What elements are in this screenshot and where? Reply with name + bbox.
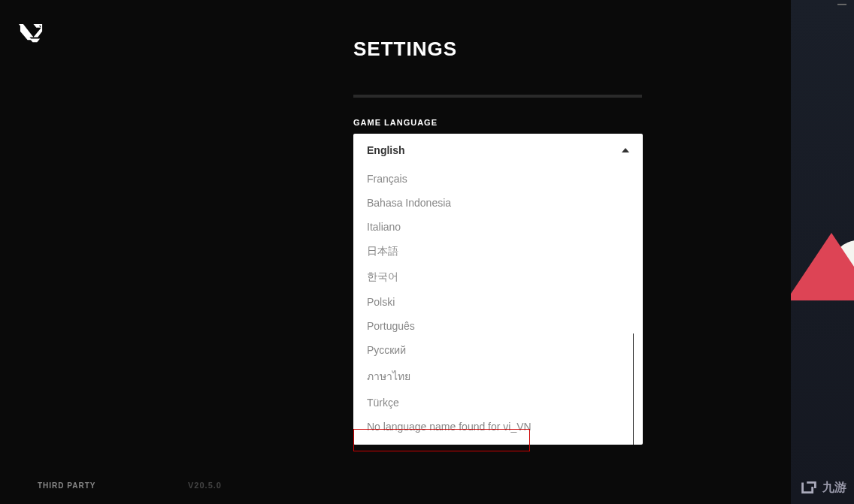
language-option-japanese[interactable]: 日本語: [353, 239, 643, 264]
language-option-korean[interactable]: 한국어: [353, 264, 643, 290]
language-option-vivn[interactable]: No language name found for vi_VN: [353, 415, 643, 439]
language-option-turkce[interactable]: Türkçe: [353, 391, 643, 415]
language-dropdown-selected[interactable]: English: [353, 134, 643, 167]
main-container: SETTINGS GAME LANGUAGE English Français …: [0, 0, 791, 504]
language-dropdown-options: Français Bahasa Indonesia Italiano 日本語 한…: [353, 167, 643, 445]
language-option-polski[interactable]: Polski: [353, 290, 643, 314]
minimize-icon[interactable]: [837, 4, 846, 5]
section-label-game-language: GAME LANGUAGE: [353, 118, 438, 127]
language-dropdown[interactable]: English Français Bahasa Indonesia Italia…: [353, 134, 643, 445]
section-divider: [353, 95, 642, 98]
scrollbar-track[interactable]: [633, 333, 634, 445]
watermark: 九游: [798, 477, 846, 498]
third-party-label: THIRD PARTY: [38, 481, 95, 490]
valorant-logo-icon: [19, 23, 45, 45]
language-dropdown-selected-text: English: [367, 144, 405, 156]
version-label: V20.5.0: [188, 481, 222, 490]
page-title: SETTINGS: [353, 38, 457, 61]
right-panel: [791, 0, 854, 504]
decorative-triangle: [791, 233, 854, 300]
language-option-russian[interactable]: Русский: [353, 338, 643, 362]
language-option-bahasa[interactable]: Bahasa Indonesia: [353, 191, 643, 215]
watermark-logo-icon: [798, 477, 819, 498]
watermark-text: 九游: [822, 480, 846, 496]
language-option-portugues[interactable]: Português: [353, 314, 643, 338]
language-option-chinese-traditional[interactable]: 中文（繁體）: [353, 439, 643, 445]
language-option-italiano[interactable]: Italiano: [353, 215, 643, 239]
chevron-up-icon: [622, 148, 629, 152]
language-option-francais[interactable]: Français: [353, 167, 643, 191]
language-option-thai[interactable]: ภาษาไทย: [353, 362, 643, 391]
